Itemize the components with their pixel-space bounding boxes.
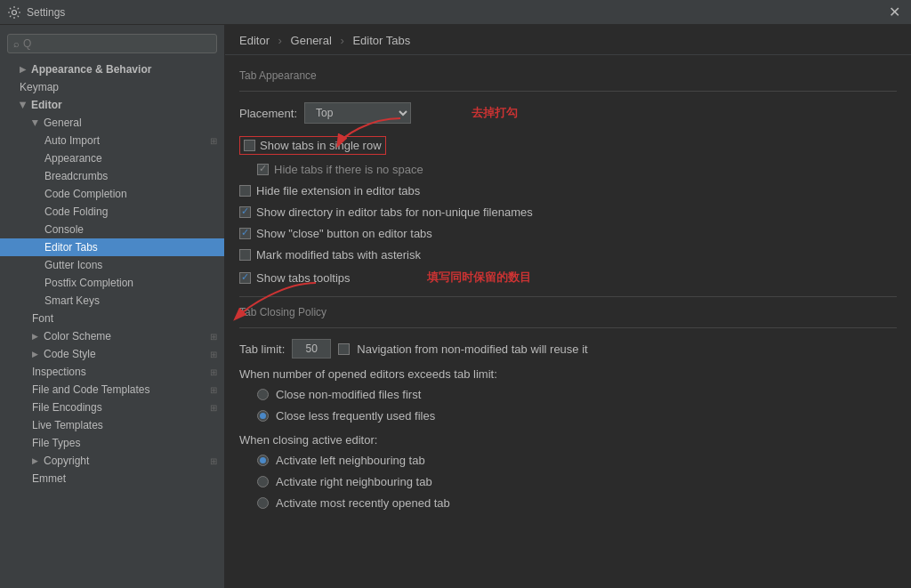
close-less-frequent-row: Close less frequently used files: [257, 407, 897, 424]
sidebar-label: Inspections: [32, 366, 86, 378]
settings-modifier-icon: ⊞: [210, 403, 217, 413]
sidebar-item-auto-import[interactable]: Auto Import ⊞: [0, 132, 224, 149]
sidebar-item-live-templates[interactable]: Live Templates: [0, 416, 224, 434]
sidebar-label: File and Code Templates: [32, 383, 150, 396]
sidebar-label: Live Templates: [32, 419, 103, 431]
activate-left-row: Activate left neighbouring tab: [257, 452, 897, 469]
title-bar: Settings ✕: [0, 0, 911, 25]
sidebar-label: Editor Tabs: [44, 241, 98, 254]
content-inner: Tab Appearance Placement: Top Bottom Lef…: [225, 55, 911, 527]
breadcrumb-editor-tabs: Editor Tabs: [352, 34, 410, 47]
activate-left-radio[interactable]: [257, 455, 269, 466]
arrow-annotation-1: [334, 114, 405, 149]
sidebar-item-copyright[interactable]: ▶ Copyright ⊞: [0, 452, 224, 470]
sidebar-item-postfix-completion[interactable]: Postfix Completion: [0, 274, 224, 292]
search-icon: ⌕: [13, 38, 20, 49]
search-input[interactable]: [23, 37, 211, 50]
sidebar-item-code-completion[interactable]: Code Completion: [0, 185, 224, 203]
settings-modifier-icon: ⊞: [210, 136, 217, 146]
sidebar-label: Editor: [31, 99, 62, 111]
tab-appearance-label: Tab Appearance: [239, 69, 897, 82]
show-directory-label: Show directory in editor tabs for non-un…: [256, 205, 533, 219]
sidebar-label: Appearance: [44, 152, 102, 165]
hide-tabs-no-space-label: Hide tabs if there is no space: [274, 163, 423, 176]
window-title: Settings: [27, 6, 65, 19]
collapse-icon: ▶: [32, 332, 38, 341]
sidebar-label: Copyright: [44, 455, 89, 467]
divider-top: [239, 91, 897, 92]
close-non-modified-radio[interactable]: [257, 389, 269, 400]
activate-left-label: Activate left neighbouring tab: [276, 454, 425, 467]
sidebar-label: Console: [44, 223, 84, 236]
when-closing-label: When closing active editor:: [239, 433, 897, 447]
activate-right-label: Activate right neighbouring tab: [276, 475, 432, 488]
sidebar-item-editor-tabs[interactable]: Editor Tabs: [0, 238, 224, 256]
sidebar-item-inspections[interactable]: Inspections ⊞: [0, 363, 224, 381]
activate-right-row: Activate right neighbouring tab: [257, 473, 897, 490]
placement-label: Placement:: [239, 107, 297, 120]
activate-recent-row: Activate most recently opened tab: [257, 495, 897, 511]
sidebar-item-file-encodings[interactable]: File Encodings ⊞: [0, 399, 224, 416]
settings-modifier-icon: ⊞: [210, 332, 217, 342]
sidebar-label: File Encodings: [32, 401, 102, 414]
sidebar-item-emmet[interactable]: Emmet: [0, 470, 224, 487]
sidebar-item-appearance[interactable]: Appearance: [0, 149, 224, 167]
tab-limit-row: Tab limit: Navigation from non-modified …: [239, 337, 897, 360]
tab-limit-input[interactable]: [292, 339, 331, 358]
nav-reuse-checkbox[interactable]: [338, 343, 350, 355]
breadcrumb-general: General: [291, 34, 332, 47]
settings-modifier-icon: ⊞: [210, 367, 217, 377]
sidebar-item-console[interactable]: Console: [0, 221, 224, 238]
sidebar: ⌕ ▶ Appearance & Behavior Keymap ▶ Edito…: [0, 25, 225, 588]
sidebar-item-font[interactable]: Font: [0, 310, 224, 327]
collapse-icon: ▶: [32, 456, 38, 465]
hide-file-ext-checkbox[interactable]: [239, 185, 251, 197]
show-close-btn-row: Show "close" button on editor tabs: [239, 225, 897, 242]
mark-modified-checkbox[interactable]: [239, 249, 251, 261]
mark-modified-row: Mark modified tabs with asterisk: [239, 246, 897, 263]
show-tabs-single-row-checkbox[interactable]: [244, 140, 255, 151]
mark-modified-label: Mark modified tabs with asterisk: [256, 248, 421, 262]
settings-modifier-icon: ⊞: [210, 385, 217, 395]
sidebar-item-file-types[interactable]: File Types: [0, 434, 224, 452]
close-less-frequent-radio[interactable]: [257, 410, 269, 422]
sidebar-item-file-code-templates[interactable]: File and Code Templates ⊞: [0, 381, 224, 399]
sidebar-label: Code Style: [44, 348, 96, 360]
sidebar-item-editor[interactable]: ▶ Editor: [0, 96, 224, 114]
sidebar-label: Keymap: [20, 81, 59, 93]
search-box[interactable]: ⌕: [7, 34, 217, 53]
close-button[interactable]: ✕: [885, 4, 904, 21]
placement-row: Placement: Top Bottom Left Right None 去掉…: [239, 101, 897, 125]
sidebar-label: General: [44, 117, 82, 129]
sidebar-item-gutter-icons[interactable]: Gutter Icons: [0, 256, 224, 274]
tab-closing-policy-label: Tab Closing Policy: [239, 306, 897, 318]
arrow-annotation-2: [231, 278, 320, 323]
sidebar-item-general[interactable]: ▶ General: [0, 114, 224, 132]
close-non-modified-row: Close non-modified files first: [257, 386, 897, 403]
breadcrumb-sep1: ›: [278, 34, 282, 47]
tab-limit-label: Tab limit:: [239, 342, 285, 356]
sidebar-item-code-folding[interactable]: Code Folding: [0, 203, 224, 221]
sidebar-label: Auto Import: [44, 134, 100, 147]
settings-modifier-icon: ⊞: [210, 350, 217, 359]
title-bar-left: Settings: [7, 5, 65, 20]
sidebar-item-keymap[interactable]: Keymap: [0, 78, 224, 96]
activate-recent-radio[interactable]: [257, 497, 269, 509]
hide-tabs-no-space-checkbox[interactable]: [257, 164, 269, 175]
show-close-btn-checkbox[interactable]: [239, 228, 251, 239]
content-area: Editor › General › Editor Tabs Tab Appea…: [225, 25, 911, 588]
sidebar-item-smart-keys[interactable]: Smart Keys: [0, 292, 224, 310]
sidebar-label: File Types: [32, 437, 80, 449]
breadcrumb-sep2: ›: [340, 34, 343, 47]
annotation-remove-check: 去掉打勾: [472, 106, 518, 119]
sidebar-item-color-scheme[interactable]: ▶ Color Scheme ⊞: [0, 327, 224, 345]
svg-point-0: [12, 10, 17, 14]
when-exceeds-label: When number of opened editors exceeds ta…: [239, 367, 897, 381]
sidebar-item-appearance-behavior[interactable]: ▶ Appearance & Behavior: [0, 60, 224, 78]
activate-right-radio[interactable]: [257, 476, 269, 487]
breadcrumb-editor: Editor: [239, 34, 270, 47]
sidebar-item-code-style[interactable]: ▶ Code Style ⊞: [0, 345, 224, 363]
sidebar-item-breadcrumbs[interactable]: Breadcrumbs: [0, 167, 224, 185]
show-directory-checkbox[interactable]: [239, 206, 251, 218]
close-non-modified-label: Close non-modified files first: [276, 388, 421, 401]
